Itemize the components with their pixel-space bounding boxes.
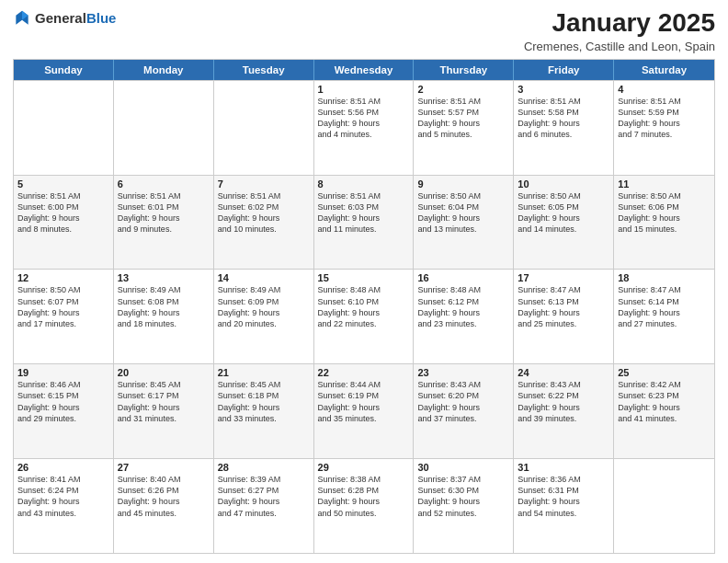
day-info: Sunrise: 8:51 AM Sunset: 6:03 PM Dayligh… (318, 190, 410, 236)
day-info: Sunrise: 8:49 AM Sunset: 6:09 PM Dayligh… (218, 284, 310, 329)
day-number: 30 (417, 462, 509, 473)
logo-icon (13, 9, 31, 28)
day-info: Sunrise: 8:45 AM Sunset: 6:18 PM Dayligh… (218, 379, 310, 424)
day-info: Sunrise: 8:48 AM Sunset: 6:10 PM Dayligh… (318, 284, 410, 329)
cal-cell-13: 13Sunrise: 8:49 AM Sunset: 6:08 PM Dayli… (114, 270, 214, 363)
cal-row-3: 19Sunrise: 8:46 AM Sunset: 6:15 PM Dayli… (14, 363, 714, 458)
cal-cell-26: 26Sunrise: 8:41 AM Sunset: 6:24 PM Dayli… (14, 459, 114, 553)
cal-cell-11: 11Sunrise: 8:50 AM Sunset: 6:06 PM Dayli… (614, 176, 714, 270)
cal-cell-21: 21Sunrise: 8:45 AM Sunset: 6:18 PM Dayli… (214, 364, 314, 458)
cal-cell-7: 7Sunrise: 8:51 AM Sunset: 6:02 PM Daylig… (214, 176, 314, 270)
cal-cell-18: 18Sunrise: 8:47 AM Sunset: 6:14 PM Dayli… (614, 270, 714, 363)
day-info: Sunrise: 8:49 AM Sunset: 6:08 PM Dayligh… (118, 284, 210, 329)
day-number: 1 (318, 84, 410, 95)
cal-header-sunday: Sunday (14, 60, 114, 80)
day-number: 17 (518, 272, 609, 283)
month-year: January 2025 (524, 9, 715, 38)
calendar-body: 1Sunrise: 8:51 AM Sunset: 5:56 PM Daylig… (14, 80, 714, 553)
day-info: Sunrise: 8:42 AM Sunset: 6:23 PM Dayligh… (618, 379, 711, 424)
cal-row-0: 1Sunrise: 8:51 AM Sunset: 5:56 PM Daylig… (14, 80, 714, 175)
day-number: 9 (417, 178, 509, 190)
day-number: 6 (118, 178, 210, 190)
cal-header-saturday: Saturday (614, 60, 714, 80)
day-number: 19 (17, 367, 109, 378)
day-number: 21 (218, 367, 310, 378)
day-number: 15 (318, 272, 410, 283)
cal-cell-4: 4Sunrise: 8:51 AM Sunset: 5:59 PM Daylig… (614, 81, 714, 175)
cal-cell-15: 15Sunrise: 8:48 AM Sunset: 6:10 PM Dayli… (314, 270, 415, 363)
day-number: 16 (417, 272, 509, 283)
cal-cell-empty-1 (114, 81, 214, 175)
day-info: Sunrise: 8:47 AM Sunset: 6:13 PM Dayligh… (518, 284, 609, 329)
day-info: Sunrise: 8:50 AM Sunset: 6:04 PM Dayligh… (417, 190, 509, 236)
day-number: 11 (618, 178, 711, 190)
day-info: Sunrise: 8:46 AM Sunset: 6:15 PM Dayligh… (17, 379, 109, 424)
cal-cell-25: 25Sunrise: 8:42 AM Sunset: 6:23 PM Dayli… (614, 364, 714, 458)
cal-cell-8: 8Sunrise: 8:51 AM Sunset: 6:03 PM Daylig… (314, 176, 415, 270)
logo-text-general: General (35, 10, 86, 26)
cal-cell-20: 20Sunrise: 8:45 AM Sunset: 6:17 PM Dayli… (114, 364, 214, 458)
day-info: Sunrise: 8:50 AM Sunset: 6:06 PM Dayligh… (618, 190, 711, 236)
cal-cell-28: 28Sunrise: 8:39 AM Sunset: 6:27 PM Dayli… (214, 459, 314, 553)
cal-cell-9: 9Sunrise: 8:50 AM Sunset: 6:04 PM Daylig… (414, 176, 514, 270)
cal-cell-24: 24Sunrise: 8:43 AM Sunset: 6:22 PM Dayli… (514, 364, 614, 458)
cal-row-2: 12Sunrise: 8:50 AM Sunset: 6:07 PM Dayli… (14, 269, 714, 363)
day-number: 10 (518, 178, 609, 190)
day-number: 28 (218, 462, 310, 473)
cal-row-4: 26Sunrise: 8:41 AM Sunset: 6:24 PM Dayli… (14, 458, 714, 553)
cal-cell-23: 23Sunrise: 8:43 AM Sunset: 6:20 PM Dayli… (414, 364, 514, 458)
cal-cell-17: 17Sunrise: 8:47 AM Sunset: 6:13 PM Dayli… (514, 270, 614, 363)
day-number: 25 (618, 367, 711, 378)
day-info: Sunrise: 8:51 AM Sunset: 5:56 PM Dayligh… (318, 96, 410, 141)
day-info: Sunrise: 8:50 AM Sunset: 6:05 PM Dayligh… (518, 190, 609, 236)
day-info: Sunrise: 8:51 AM Sunset: 5:59 PM Dayligh… (618, 96, 711, 141)
day-info: Sunrise: 8:47 AM Sunset: 6:14 PM Dayligh… (618, 284, 711, 329)
calendar-header-row: SundayMondayTuesdayWednesdayThursdayFrid… (14, 60, 714, 80)
day-info: Sunrise: 8:36 AM Sunset: 6:31 PM Dayligh… (518, 474, 609, 519)
day-info: Sunrise: 8:51 AM Sunset: 6:00 PM Dayligh… (17, 190, 109, 236)
day-number: 26 (17, 462, 109, 473)
day-number: 20 (118, 367, 210, 378)
day-number: 4 (618, 84, 711, 95)
cal-cell-31: 31Sunrise: 8:36 AM Sunset: 6:31 PM Dayli… (514, 459, 614, 553)
calendar: SundayMondayTuesdayWednesdayThursdayFrid… (13, 59, 715, 554)
title-block: January 2025 Cremenes, Castille and Leon… (524, 9, 715, 53)
day-number: 5 (17, 178, 109, 190)
cal-row-1: 5Sunrise: 8:51 AM Sunset: 6:00 PM Daylig… (14, 175, 714, 270)
cal-cell-14: 14Sunrise: 8:49 AM Sunset: 6:09 PM Dayli… (214, 270, 314, 363)
cal-header-wednesday: Wednesday (314, 60, 415, 80)
cal-cell-10: 10Sunrise: 8:50 AM Sunset: 6:05 PM Dayli… (514, 176, 614, 270)
cal-cell-22: 22Sunrise: 8:44 AM Sunset: 6:19 PM Dayli… (314, 364, 415, 458)
day-info: Sunrise: 8:38 AM Sunset: 6:28 PM Dayligh… (318, 474, 410, 519)
day-number: 7 (218, 178, 310, 190)
logo: GeneralBlue (13, 9, 116, 28)
day-number: 23 (417, 367, 509, 378)
day-info: Sunrise: 8:40 AM Sunset: 6:26 PM Dayligh… (118, 474, 210, 519)
day-info: Sunrise: 8:39 AM Sunset: 6:27 PM Dayligh… (218, 474, 310, 519)
cal-cell-3: 3Sunrise: 8:51 AM Sunset: 5:58 PM Daylig… (514, 81, 614, 175)
day-info: Sunrise: 8:45 AM Sunset: 6:17 PM Dayligh… (118, 379, 210, 424)
day-number: 13 (118, 272, 210, 283)
day-info: Sunrise: 8:48 AM Sunset: 6:12 PM Dayligh… (417, 284, 509, 329)
page: GeneralBlue January 2025 Cremenes, Casti… (0, 0, 728, 563)
cal-cell-30: 30Sunrise: 8:37 AM Sunset: 6:30 PM Dayli… (414, 459, 514, 553)
day-number: 14 (218, 272, 310, 283)
cal-header-thursday: Thursday (414, 60, 514, 80)
day-info: Sunrise: 8:44 AM Sunset: 6:19 PM Dayligh… (318, 379, 410, 424)
cal-cell-1: 1Sunrise: 8:51 AM Sunset: 5:56 PM Daylig… (314, 81, 415, 175)
day-info: Sunrise: 8:41 AM Sunset: 6:24 PM Dayligh… (17, 474, 109, 519)
day-info: Sunrise: 8:43 AM Sunset: 6:20 PM Dayligh… (417, 379, 509, 424)
cal-header-monday: Monday (114, 60, 214, 80)
day-info: Sunrise: 8:50 AM Sunset: 6:07 PM Dayligh… (17, 284, 109, 329)
day-number: 12 (17, 272, 109, 283)
day-number: 22 (318, 367, 410, 378)
cal-cell-16: 16Sunrise: 8:48 AM Sunset: 6:12 PM Dayli… (414, 270, 514, 363)
day-number: 24 (518, 367, 609, 378)
cal-cell-5: 5Sunrise: 8:51 AM Sunset: 6:00 PM Daylig… (14, 176, 114, 270)
day-number: 18 (618, 272, 711, 283)
cal-cell-6: 6Sunrise: 8:51 AM Sunset: 6:01 PM Daylig… (114, 176, 214, 270)
day-number: 8 (318, 178, 410, 190)
day-info: Sunrise: 8:51 AM Sunset: 5:58 PM Dayligh… (518, 96, 609, 141)
cal-cell-2: 2Sunrise: 8:51 AM Sunset: 5:57 PM Daylig… (414, 81, 514, 175)
cal-cell-empty-0 (14, 81, 114, 175)
